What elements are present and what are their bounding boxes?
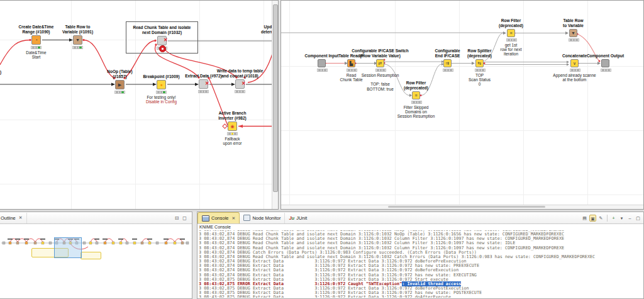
node-traffic-light bbox=[114, 91, 125, 94]
junit-icon: Ju bbox=[289, 215, 294, 221]
clipped-node-label-left: ) bbox=[0, 70, 4, 75]
workflow-node-create-datetime-range[interactable]: ◔ bbox=[31, 35, 41, 45]
node-traffic-light bbox=[235, 90, 245, 93]
row-filter-get-first-icon: ≡ bbox=[509, 31, 512, 35]
minimap-viewport-rectangle[interactable] bbox=[54, 237, 82, 258]
node-traffic-light bbox=[227, 132, 238, 135]
node-label: Table Row toVariable (#1091) bbox=[43, 25, 113, 34]
console-tab-label: Console bbox=[211, 215, 229, 221]
minimize-icon[interactable]: – bbox=[626, 215, 633, 222]
outline-tabbar: Outline ✕ ⊟ ◻ bbox=[0, 212, 192, 224]
workflow-minimap[interactable] bbox=[0, 224, 192, 298]
node-label: Component Output bbox=[571, 54, 640, 59]
noop-table-icon: ▶ bbox=[118, 82, 121, 87]
right-editor-horizontal-scrollbar[interactable] bbox=[281, 205, 643, 209]
scroll-lock-icon[interactable]: ▣ bbox=[589, 215, 596, 222]
workflow-node-component-output[interactable] bbox=[601, 59, 609, 67]
node-monitor-tab-label: Node Monitor bbox=[252, 215, 280, 221]
node-monitor-icon bbox=[243, 215, 250, 221]
node-label: Row Filter(deprecated) bbox=[382, 81, 451, 90]
console-icon bbox=[202, 215, 209, 222]
minimap-annotation bbox=[80, 252, 101, 259]
tab-junit[interactable]: Ju JUnit bbox=[285, 213, 311, 223]
create-datetime-range-icon: ◔ bbox=[35, 38, 37, 42]
node-traffic-light bbox=[347, 69, 357, 72]
table-row-to-variable-1091-icon: ▼ bbox=[75, 38, 80, 42]
workflow-node-component-input[interactable] bbox=[318, 59, 326, 67]
console-output[interactable]: 3 08:43:02,874 DEBUG Read Chunk Table an… bbox=[199, 230, 643, 298]
display-console-dropdown[interactable]: ▾ bbox=[618, 215, 625, 222]
node-error-x-icon: ✕ bbox=[242, 81, 246, 86]
node-label: Configurable IF/CASE Switch(Flow Variabl… bbox=[346, 48, 415, 58]
workflow-node-noop-table[interactable]: ▶ bbox=[115, 80, 125, 89]
workflow-editor-right[interactable]: Component InputTable Reader▙ReadChunk Ta… bbox=[280, 0, 644, 210]
workflow-node-active-branch-inverter[interactable]: ◉ bbox=[228, 121, 237, 131]
node-label: Active BranchInverter (#982) bbox=[198, 111, 267, 120]
console-view-title: KNIME Console bbox=[199, 225, 231, 229]
clear-console-icon[interactable]: ▤ bbox=[581, 215, 588, 222]
node-label: Table Rowto Variable bbox=[539, 18, 608, 28]
node-traffic-light bbox=[31, 46, 42, 49]
workflow-node-row-splitter[interactable]: ⇆ bbox=[475, 59, 484, 67]
open-console-icon[interactable]: + bbox=[610, 215, 617, 222]
configurable-ifcase-switch-icon: ⇄ bbox=[379, 61, 382, 66]
node-traffic-light bbox=[156, 91, 167, 94]
close-icon[interactable]: ✕ bbox=[232, 216, 236, 221]
close-icon[interactable]: ✕ bbox=[19, 215, 23, 220]
maximize-icon[interactable]: ◻ bbox=[182, 215, 187, 221]
node-error-x-icon: ✕ bbox=[205, 81, 209, 86]
node-comment: Date&TimeStart bbox=[2, 50, 71, 59]
node-comment: get 1strow for nextiteration bbox=[477, 43, 546, 57]
console-panel: Console ✕ Node Monitor Ju JUnit ▤▣✎+▾–▢ … bbox=[197, 212, 644, 299]
console-tabbar: Console ✕ Node Monitor Ju JUnit ▤▣✎+▾–▢ bbox=[197, 212, 643, 224]
concatenate-icon: ∨ bbox=[573, 61, 576, 66]
outline-tab-label: Outline bbox=[1, 215, 16, 221]
tab-node-monitor[interactable]: Node Monitor bbox=[240, 213, 285, 223]
node-traffic-light bbox=[475, 69, 486, 72]
configurable-end-ifcase-icon: ⇉ bbox=[446, 61, 450, 66]
console-line: 3 08:43:02,875 DEBUG Extract Data 3:1126… bbox=[199, 295, 643, 298]
workflow-node-table-row-to-variable-1091[interactable]: ▼ bbox=[73, 35, 82, 45]
node-traffic-light bbox=[72, 46, 83, 49]
workflow-node-concatenate[interactable]: ∨ bbox=[570, 59, 579, 67]
workflow-node-configurable-ifcase-switch[interactable]: ⇄ bbox=[376, 59, 384, 67]
node-traffic-light bbox=[569, 38, 579, 42]
minimize-icon[interactable]: ⊟ bbox=[175, 215, 179, 221]
workflow-node-row-filter-skipped[interactable]: ≡ bbox=[412, 91, 420, 99]
workflow-node-table-reader[interactable]: ▙ bbox=[347, 59, 355, 67]
node-comment: TOPScan Status0 bbox=[445, 73, 514, 87]
node-traffic-light bbox=[443, 69, 453, 72]
node-traffic-light bbox=[375, 69, 386, 72]
table-reader-icon: ▙ bbox=[350, 61, 353, 66]
outline-panel: Outline ✕ ⊟ ◻ bbox=[0, 212, 192, 299]
node-error-x-icon: ✕ bbox=[164, 38, 168, 43]
workflow-editor-left[interactable]: ) Update determine Create Date&TimeRange… bbox=[0, 0, 279, 210]
node-comment: Fallbackupon error bbox=[198, 137, 267, 145]
workflow-node-breakpoint[interactable]: ● bbox=[157, 80, 166, 89]
right-connections bbox=[281, 1, 644, 210]
maximize-icon[interactable]: ▢ bbox=[635, 215, 641, 222]
node-label: Write data to temp tableand concat (#101… bbox=[206, 69, 275, 78]
tab-console[interactable]: Console ✕ bbox=[197, 212, 240, 223]
node-comment: For testing only!Disable in Config bbox=[127, 95, 196, 104]
node-comment: Filter SkippedDomains onSession Resumpti… bbox=[382, 105, 451, 119]
node-traffic-light bbox=[317, 69, 328, 72]
node-label: Row Filter(deprecated) bbox=[477, 18, 546, 28]
node-label: Read Chunk Table and isolatenext Domain … bbox=[128, 25, 197, 35]
workflow-node-row-filter-get-first[interactable]: ≡ bbox=[507, 29, 515, 37]
active-branch-inverter-icon: ◉ bbox=[230, 124, 234, 129]
node-traffic-light bbox=[570, 69, 580, 72]
node-traffic-light bbox=[411, 101, 422, 104]
pin-console-icon[interactable]: ✎ bbox=[597, 215, 604, 222]
workflow-node-table-row-to-variable-right[interactable]: ▼ bbox=[569, 29, 577, 37]
node-traffic-light bbox=[506, 38, 517, 42]
console-toolbar: ▤▣✎+▾–▢ bbox=[581, 215, 643, 222]
row-filter-skipped-icon: ≡ bbox=[414, 93, 417, 98]
row-splitter-icon: ⇆ bbox=[478, 61, 482, 66]
tab-outline[interactable]: Outline ✕ bbox=[0, 213, 27, 223]
node-comment: Append already scanneat the bottom bbox=[540, 73, 609, 82]
left-editor-vertical-scrollbar[interactable] bbox=[272, 1, 278, 209]
workflow-node-configurable-end-ifcase[interactable]: ⇉ bbox=[443, 59, 452, 67]
junit-tab-label: JUnit bbox=[296, 215, 307, 221]
breakpoint-icon: ● bbox=[160, 82, 162, 87]
